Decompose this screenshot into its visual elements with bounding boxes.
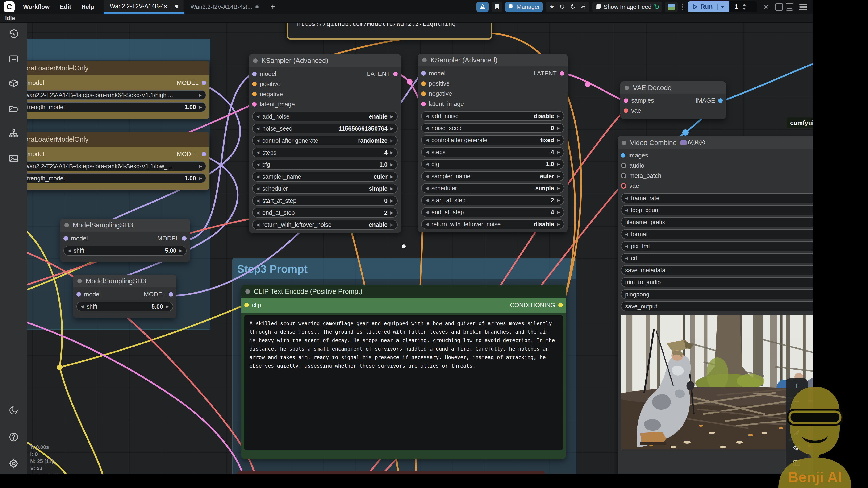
input-port-model[interactable] [63, 236, 68, 241]
run-button[interactable]: Run [687, 1, 729, 12]
graph-toggle-button[interactable] [476, 2, 489, 12]
left-arrow-icon[interactable]: ◀ [81, 304, 84, 309]
manager-button[interactable]: Manager [505, 2, 543, 12]
widget-cfg[interactable]: ◀cfg1.0▶ [421, 159, 564, 169]
widget-save-output[interactable]: save_output [621, 301, 813, 311]
input-port-clip[interactable] [244, 303, 249, 307]
strength-model-widget[interactable]: strength_model 1.00 ▶ [20, 173, 206, 183]
node-title[interactable]: VAE Decode [620, 81, 726, 94]
output-port-image[interactable] [718, 98, 723, 103]
batch-count-stepper[interactable]: 1 [729, 1, 757, 12]
window-icon[interactable] [775, 3, 783, 10]
input-port-meta-batch[interactable] [621, 173, 626, 178]
widget-save-metadata[interactable]: save_metadata [621, 265, 813, 275]
output-port-model[interactable] [182, 236, 187, 241]
queue-icon[interactable] [8, 54, 19, 65]
input-port-vae[interactable] [624, 108, 628, 113]
widget-start-at-step[interactable]: ◀start_at_step2▶ [421, 195, 564, 205]
widget-filename-prefix[interactable]: filename_prefixwan [621, 217, 813, 227]
gallery-icon[interactable] [8, 153, 19, 165]
workflow-tab-active[interactable]: Wan2.2-T2V-A14B-4s... [103, 0, 184, 14]
canvas-zoom-toolbar[interactable]: + − [786, 379, 808, 471]
input-port-vae[interactable] [621, 183, 626, 189]
show-image-feed-button[interactable]: Show Image Feed ↻ [592, 2, 662, 12]
node-ksampler-2[interactable]: KSampler (Advanced) model LATENT positiv… [418, 54, 567, 232]
input-port-model[interactable] [421, 71, 426, 76]
close-icon[interactable]: ✕ [760, 3, 772, 11]
widget-return-leftover-noise[interactable]: ◀return_with_leftover_noisedisable▶ [421, 219, 564, 229]
input-port-negative[interactable] [421, 92, 426, 96]
widget-trim-to-audio[interactable]: trim_to_audio [621, 277, 813, 287]
collapse-dot[interactable] [622, 140, 626, 145]
help-icon[interactable] [8, 432, 19, 443]
lora-name-widget[interactable]: Wan2.2-T2V-A14B-4steps-lora-rank64-Seko-… [20, 90, 206, 100]
widget-noise-seed[interactable]: ◀noise_seed0▶ [421, 123, 564, 133]
node-negative-prompt-edge[interactable] [237, 471, 545, 474]
widget-end-at-step[interactable]: ◀end_at_step2▶ [252, 208, 398, 218]
workflows-folder-icon[interactable] [8, 103, 19, 115]
toggle-links-eye-icon[interactable] [792, 443, 801, 452]
output-port-model[interactable] [202, 152, 206, 156]
output-port-model[interactable] [202, 80, 206, 85]
workflow-tab-inactive[interactable]: Wan2.2-I2V-A14B-4st... [184, 0, 265, 14]
node-clip-text-encode-positive[interactable]: CLIP Text Encode (Positive Prompt) clip … [241, 285, 566, 459]
node-title[interactable]: LoraLoaderModelOnly [17, 132, 210, 147]
lora-name-widget[interactable]: Wan2.2-T2V-A14B-4steps-lora-rank64-Seko-… [20, 161, 206, 171]
menu-workflow[interactable]: Workflow [18, 3, 55, 10]
image-thumb-button[interactable] [665, 2, 678, 12]
node-modelsampling-1[interactable]: ModelSamplingSD3 model MODEL ◀ shift 5.0… [60, 219, 190, 262]
step-down-icon[interactable] [742, 8, 746, 10]
share-icon[interactable] [579, 2, 588, 11]
node-loraloader-low[interactable]: LoraLoaderModelOnly model MODEL Wan2.2-T… [17, 132, 210, 190]
node-modelsampling-2[interactable]: ModelSamplingSD3 model MODEL ◀ shift 5.0… [73, 275, 177, 318]
hamburger-icon[interactable] [796, 4, 811, 10]
output-port-latent[interactable] [560, 71, 564, 76]
input-port-latent-image[interactable] [421, 102, 426, 106]
settings-gear-icon[interactable] [8, 458, 19, 469]
strength-model-widget[interactable]: strength_model 1.00 ▶ [20, 102, 206, 112]
node-title[interactable]: LoraLoaderModelOnly [17, 61, 210, 75]
collapse-dot[interactable] [625, 86, 629, 90]
widget-pingpong[interactable]: pingpong [621, 289, 813, 299]
node-title[interactable]: ModelSamplingSD3 [60, 219, 190, 231]
widget-start-at-step[interactable]: ◀start_at_step0▶ [252, 196, 398, 205]
model-box-icon[interactable] [8, 78, 19, 90]
left-arrow-icon[interactable]: ◀ [68, 248, 71, 253]
node-title[interactable]: Video Combine ⓋⒽⓈ [618, 136, 813, 149]
zoom-in-icon[interactable]: + [792, 382, 801, 391]
widget-pix-fmt[interactable]: ◀pix_fmt [621, 241, 813, 251]
node-title[interactable]: KSampler (Advanced) [249, 54, 401, 67]
node-title[interactable]: KSampler (Advanced) [418, 54, 567, 66]
step-up-icon[interactable] [742, 4, 746, 6]
magnet-icon[interactable] [558, 2, 567, 11]
widget-steps[interactable]: ◀steps4▶ [421, 147, 564, 157]
pan-mode-icon[interactable] [792, 428, 801, 437]
widget-format[interactable]: ◀formatvideo/h [621, 229, 813, 239]
widget-crf[interactable]: ◀crf [621, 253, 813, 263]
widget-add-noise[interactable]: ◀add_noisedisable▶ [421, 111, 564, 121]
star-icon[interactable]: ★ [548, 2, 556, 11]
shift-widget[interactable]: ◀ shift 5.00 ▶ [63, 246, 187, 256]
output-port-model[interactable] [168, 292, 173, 297]
right-arrow-icon[interactable]: ▶ [199, 176, 202, 181]
input-port-images[interactable] [621, 153, 625, 158]
widget-control-after-generate[interactable]: ◀control after generatefixed▶ [421, 135, 564, 145]
node-tree-icon[interactable] [8, 128, 19, 139]
input-port-samples[interactable] [624, 98, 628, 103]
zoom-out-icon[interactable]: − [792, 397, 801, 406]
input-port-audio[interactable] [621, 163, 626, 168]
collapse-dot[interactable] [422, 58, 427, 63]
widget-loop-count[interactable]: ◀loop_count [621, 205, 813, 215]
widget-noise-seed[interactable]: ◀noise_seed115656661350764▶ [252, 124, 398, 133]
widget-sampler-name[interactable]: ◀sampler_nameeuler▶ [421, 171, 564, 181]
input-port-model[interactable] [252, 72, 257, 76]
widget-scheduler[interactable]: ◀schedulersimple▶ [421, 183, 564, 193]
input-port-positive[interactable] [252, 82, 257, 86]
menu-help[interactable]: Help [76, 3, 99, 10]
node-title[interactable]: ModelSamplingSD3 [73, 275, 177, 287]
widget-end-at-step[interactable]: ◀end_at_step4▶ [421, 207, 564, 217]
video-preview[interactable] [621, 315, 813, 449]
theme-moon-icon[interactable] [8, 405, 19, 416]
collapse-dot[interactable] [64, 223, 69, 228]
right-arrow-icon[interactable]: ▶ [199, 105, 202, 109]
